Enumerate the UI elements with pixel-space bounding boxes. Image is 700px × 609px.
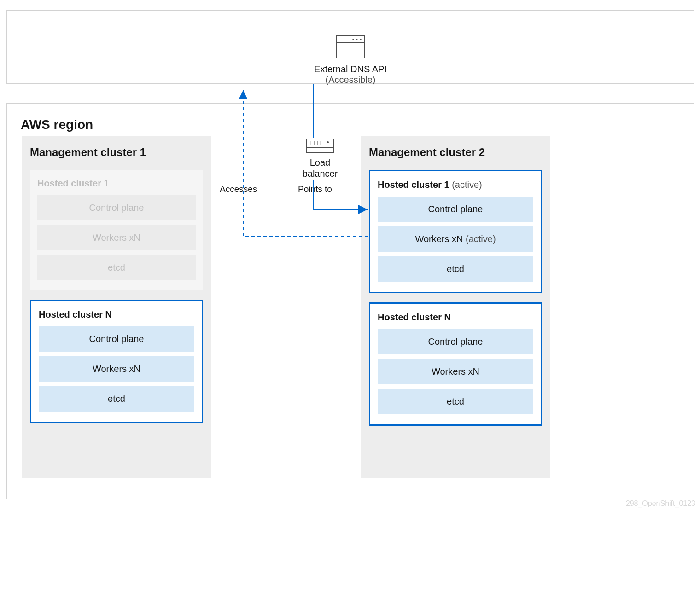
row-workers: Workers xN bbox=[378, 359, 533, 384]
row-workers: Workers xN bbox=[37, 225, 196, 250]
row-workers: Workers xN (active) bbox=[378, 226, 533, 252]
row-control-plane: Control plane bbox=[378, 197, 533, 222]
footer-id: 298_OpenShift_0123 bbox=[626, 499, 695, 508]
row-etcd: etcd bbox=[378, 256, 533, 282]
hosted-cluster-n-right: Hosted cluster N Control plane Workers x… bbox=[369, 302, 542, 426]
row-workers-text: Workers xN bbox=[415, 234, 463, 244]
row-workers-suffix: (active) bbox=[466, 234, 496, 244]
load-balancer-group: |||| Load balancer bbox=[288, 139, 352, 179]
load-balancer-icon: |||| bbox=[306, 139, 334, 153]
aws-region-title: AWS region bbox=[21, 117, 694, 132]
hosted-cluster-1-inactive: Hosted cluster 1 Control plane Workers x… bbox=[30, 170, 203, 290]
row-etcd: etcd bbox=[39, 386, 194, 412]
mgmt1-title: Management cluster 1 bbox=[30, 146, 203, 159]
row-etcd: etcd bbox=[37, 255, 196, 280]
window-icon: • • • bbox=[336, 35, 365, 58]
external-dns-subtitle: (Accessible) bbox=[281, 75, 420, 85]
external-dns-container: • • • External DNS API (Accessible) bbox=[6, 10, 694, 84]
row-control-plane: Control plane bbox=[378, 329, 533, 354]
hosted-active-suffix: (active) bbox=[452, 180, 482, 190]
hosted-cluster-n-left: Hosted cluster N Control plane Workers x… bbox=[30, 300, 203, 423]
row-control-plane: Control plane bbox=[39, 326, 194, 352]
edge-label-points: Points to bbox=[298, 184, 332, 194]
aws-region-container: AWS region Management cluster 1 Hosted c… bbox=[6, 103, 694, 499]
management-cluster-2: Management cluster 2 Hosted cluster 1 (a… bbox=[361, 136, 550, 478]
external-dns-group: • • • External DNS API (Accessible) bbox=[281, 35, 420, 85]
lb-label-line1: Load bbox=[288, 157, 352, 168]
row-workers: Workers xN bbox=[39, 356, 194, 382]
hosted-n-right-title: Hosted cluster N bbox=[378, 312, 533, 323]
mgmt2-title: Management cluster 2 bbox=[369, 146, 542, 159]
lb-label-line2: balancer bbox=[288, 168, 352, 179]
hosted-active-title-text: Hosted cluster 1 bbox=[378, 180, 449, 190]
hosted-active-title: Hosted cluster 1 (active) bbox=[378, 180, 533, 190]
row-control-plane: Control plane bbox=[37, 195, 196, 220]
management-cluster-1: Management cluster 1 Hosted cluster 1 Co… bbox=[22, 136, 211, 478]
hosted-cluster-1-active: Hosted cluster 1 (active) Control plane … bbox=[369, 170, 542, 293]
hosted-inactive-title: Hosted cluster 1 bbox=[37, 178, 196, 189]
edge-label-accesses: Accesses bbox=[220, 184, 257, 194]
external-dns-title: External DNS API bbox=[281, 64, 420, 75]
hosted-n-left-title: Hosted cluster N bbox=[39, 309, 194, 320]
row-etcd: etcd bbox=[378, 389, 533, 414]
